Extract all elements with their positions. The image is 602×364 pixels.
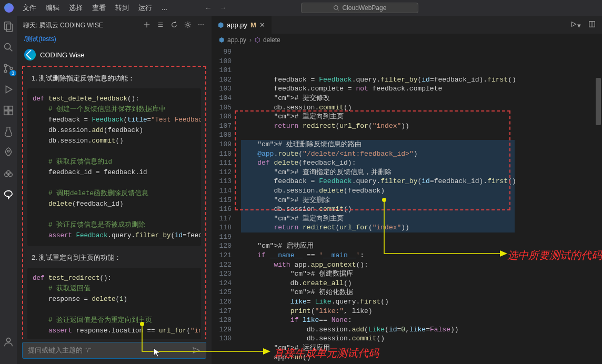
- debug-icon[interactable]: [2, 83, 15, 96]
- menu-view[interactable]: 查看: [88, 0, 109, 16]
- editor: ⬢ app.py M ✕ ▾ ⬢ app.py › ⬡ delete 99100…: [212, 16, 602, 364]
- chat-panel: 聊天: 腾讯云 CODING WISE ⋯ /测试(tests) CODING …: [17, 16, 212, 364]
- tab-app-py[interactable]: ⬢ app.py M ✕: [212, 16, 272, 34]
- test-icon[interactable]: [2, 125, 15, 138]
- gutter: 9910010110210310410510610710810911011111…: [212, 46, 237, 364]
- scrollbar[interactable]: [596, 78, 601, 359]
- section1-title: 1. 测试删除指定反馈信息的功能：: [27, 71, 201, 88]
- cloud-icon[interactable]: [2, 167, 15, 180]
- prev-link[interactable]: /测试(tests): [17, 35, 212, 47]
- chat-header: 聊天: 腾讯云 CODING WISE ⋯: [17, 16, 212, 35]
- chat-icon[interactable]: [2, 188, 15, 201]
- brand-icon: [24, 49, 36, 60]
- tab-close-icon[interactable]: ✕: [259, 21, 265, 29]
- tab-filename: app.py: [227, 21, 247, 29]
- explorer-icon[interactable]: [2, 20, 15, 33]
- search-text: CloudWebPage: [343, 4, 387, 12]
- tabbar: ⬢ app.py M ✕ ▾: [212, 16, 602, 34]
- refresh-icon[interactable]: [170, 21, 178, 30]
- tab-modified: M: [250, 21, 256, 29]
- scrollbar-thumb[interactable]: [596, 78, 601, 125]
- svg-rect-10: [4, 106, 8, 110]
- brand-name: CODING Wise: [40, 51, 85, 59]
- nav-arrows: ← →: [205, 4, 227, 12]
- svg-line-1: [337, 9, 338, 10]
- nav-fwd-icon[interactable]: →: [219, 4, 227, 12]
- snippet2: def test_redirect(): # 获取返回值 response = …: [27, 268, 201, 339]
- menubar: 文件 编辑 选择 查看 转到 运行 ... ← → CloudWebPage: [0, 0, 602, 16]
- section2-title: 2. 测试重定向到主页的功能：: [27, 250, 201, 268]
- chat-input-placeholder: 提问或键入主题的 "/": [28, 346, 192, 355]
- extensions-icon[interactable]: [2, 104, 15, 117]
- svg-rect-2: [5, 22, 11, 30]
- search-icon: [333, 5, 339, 11]
- svg-point-19: [6, 338, 10, 342]
- menu-goto[interactable]: 转到: [112, 0, 133, 16]
- symbol-icon: ⬡: [255, 36, 260, 44]
- new-chat-icon[interactable]: [143, 21, 150, 30]
- svg-rect-11: [9, 106, 13, 110]
- more-icon[interactable]: ⋯: [198, 21, 205, 30]
- gear-icon[interactable]: [184, 21, 192, 30]
- python-icon: ⬢: [218, 21, 224, 29]
- code-lines[interactable]: feedback = Feedback.query.filter_by(id=f…: [237, 46, 602, 364]
- python-icon: ⬢: [219, 36, 224, 44]
- app-logo: [4, 3, 14, 13]
- breadcrumb[interactable]: ⬢ app.py › ⬡ delete: [212, 34, 602, 46]
- generated-tests-box: 1. 测试删除指定反馈信息的功能： def test_delete_feedba…: [22, 66, 206, 339]
- list-icon[interactable]: [157, 21, 164, 30]
- svg-rect-12: [4, 111, 8, 115]
- svg-point-4: [5, 44, 11, 49]
- scm-icon[interactable]: 3: [2, 62, 15, 75]
- svg-point-8: [10, 67, 13, 70]
- menu-more[interactable]: ...: [158, 0, 171, 16]
- menu-run[interactable]: 运行: [135, 0, 156, 16]
- search-icon[interactable]: [2, 41, 15, 54]
- svg-point-6: [4, 64, 7, 67]
- assistant-brand: CODING Wise: [24, 49, 204, 60]
- svg-marker-26: [572, 22, 576, 26]
- nav-back-icon[interactable]: ←: [205, 4, 212, 12]
- split-icon[interactable]: [588, 21, 596, 29]
- svg-point-25: [187, 23, 189, 25]
- run-icon[interactable]: ▾: [570, 21, 581, 29]
- activitybar: 3: [0, 16, 17, 364]
- rocket-icon[interactable]: [2, 146, 15, 159]
- chevron-right-icon: ›: [249, 36, 252, 44]
- svg-rect-3: [6, 24, 12, 32]
- snippet1: def test_delete_feedback(): # 创建一个反馈信息并保…: [27, 88, 201, 246]
- send-icon[interactable]: [192, 346, 200, 355]
- svg-point-0: [334, 6, 338, 10]
- chat-input[interactable]: 提问或键入主题的 "/": [22, 342, 206, 359]
- svg-line-5: [10, 49, 13, 52]
- svg-marker-9: [6, 86, 12, 93]
- account-icon[interactable]: [2, 336, 15, 348]
- menu-edit[interactable]: 编辑: [42, 0, 63, 16]
- svg-rect-13: [9, 111, 13, 115]
- chat-title: 聊天: 腾讯云 CODING WISE: [23, 21, 143, 30]
- command-center[interactable]: CloudWebPage: [301, 3, 419, 13]
- code-area[interactable]: 9910010110210310410510610710810911011111…: [212, 46, 602, 364]
- scm-badge: 3: [9, 70, 16, 76]
- menu-selection[interactable]: 选择: [65, 0, 86, 16]
- breadcrumb-file: app.py: [227, 36, 246, 44]
- svg-point-15: [7, 150, 9, 152]
- svg-point-7: [4, 70, 7, 73]
- breadcrumb-symbol: delete: [263, 36, 280, 44]
- menu-file[interactable]: 文件: [19, 0, 40, 16]
